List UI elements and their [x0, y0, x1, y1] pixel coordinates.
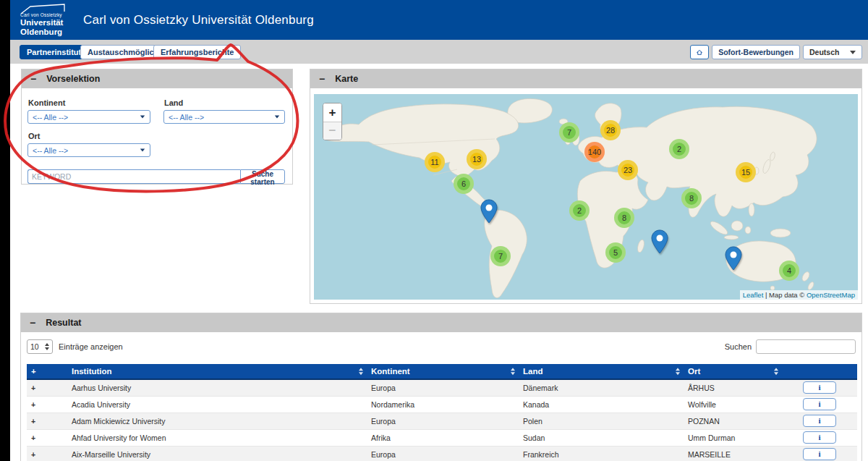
table-search-label: Suchen — [725, 342, 752, 351]
panel-resultat: − Resultat 10 Einträge anzeigen Suchen +… — [20, 313, 862, 461]
chevron-down-icon — [850, 51, 856, 54]
kontinent-cell: Afrika — [367, 429, 519, 446]
karte-title: Karte — [335, 74, 358, 84]
land-cell: Frankreich — [519, 446, 684, 461]
map-zoom-control: + − — [323, 103, 342, 140]
map-cluster-marker[interactable]: 6 — [454, 174, 474, 194]
page-size-select[interactable]: 10 — [27, 339, 53, 354]
world-map[interactable]: + − 1113672814023282158754 Leaflet | Map… — [314, 94, 858, 300]
leaflet-link[interactable]: Leaflet — [743, 291, 764, 299]
tab-erfahrungsberichte[interactable]: Erfahrungsberichte — [153, 45, 241, 59]
collapse-icon[interactable]: − — [30, 318, 35, 328]
col-ort[interactable]: Ort — [684, 364, 782, 379]
sofort-bewerbungen-button[interactable]: Sofort-Bewerbungen — [712, 45, 800, 59]
institution-cell: Ahfad University for Women — [67, 429, 367, 446]
info-button[interactable]: i — [803, 448, 836, 460]
ort-label: Ort — [28, 132, 150, 140]
map-cluster-marker[interactable]: 140 — [584, 142, 605, 162]
institution-cell: Aarhus University — [67, 379, 367, 396]
institution-cell: Adam Mickiewicz University — [67, 413, 367, 429]
home-icon — [697, 48, 702, 57]
entries-label: Einträge anzeigen — [59, 342, 123, 351]
page-title: Carl von Ossietzky Universität Oldenburg — [83, 13, 314, 28]
info-button[interactable]: i — [803, 381, 836, 394]
row-expand-button[interactable]: + — [27, 413, 67, 429]
karte-header[interactable]: − Karte — [310, 69, 861, 88]
kontinent-select[interactable]: <-- Alle --> — [27, 110, 150, 124]
map-cluster-marker[interactable]: 11 — [425, 152, 445, 172]
land-label: Land — [164, 98, 285, 107]
home-button[interactable] — [690, 45, 709, 59]
map-pin-marker[interactable] — [480, 199, 498, 224]
kontinent-label: Kontinent — [28, 98, 150, 107]
map-cluster-marker[interactable]: 23 — [618, 160, 638, 180]
collapse-icon[interactable]: − — [319, 74, 325, 84]
map-cluster-marker[interactable]: 28 — [600, 120, 621, 140]
map-cluster-marker[interactable]: 8 — [614, 208, 634, 228]
vorselektion-header[interactable]: − Vorselektion — [22, 69, 292, 88]
tab-bar: Partnerinstitutionen Austauschmöglichkei… — [10, 40, 868, 64]
keyword-input[interactable] — [27, 169, 240, 184]
table-search-input[interactable] — [756, 339, 856, 354]
row-expand-button[interactable]: + — [27, 446, 67, 461]
expand-all-header[interactable]: + — [27, 364, 67, 379]
openstreetmap-link[interactable]: OpenStreetMap — [807, 291, 855, 299]
table-header-row: + Institution Kontinent Land Ort — [27, 364, 857, 379]
institution-cell: Acadia University — [67, 396, 367, 413]
ort-select[interactable]: <-- Alle --> — [27, 143, 150, 157]
map-cluster-marker[interactable]: 5 — [605, 242, 626, 263]
map-pin-marker[interactable] — [725, 246, 742, 271]
col-institution[interactable]: Institution — [67, 364, 367, 379]
info-button[interactable]: i — [803, 431, 836, 444]
ort-cell: POZNAN — [684, 413, 782, 429]
map-cluster-marker[interactable]: 7 — [490, 246, 511, 266]
col-kontinent[interactable]: Kontinent — [367, 364, 519, 379]
map-cluster-marker[interactable]: 7 — [559, 122, 579, 143]
results-table: + Institution Kontinent Land Ort +Aarhus… — [27, 364, 857, 461]
screen-edge — [0, 0, 10, 461]
row-expand-button[interactable]: + — [27, 396, 67, 413]
kontinent-cell: Nordamerika — [367, 396, 519, 413]
row-expand-button[interactable]: + — [27, 379, 67, 396]
map-cluster-marker[interactable]: 13 — [467, 149, 487, 169]
land-select[interactable]: <-- Alle --> — [163, 110, 285, 124]
page: Carl von Ossietzky Universität Oldenburg… — [0, 0, 868, 461]
chevron-down-icon — [140, 116, 145, 119]
table-row: +Adam Mickiewicz UniversityEuropaPolenPO… — [27, 413, 857, 429]
resultat-header[interactable]: − Resultat — [21, 313, 861, 332]
land-cell: Polen — [519, 413, 684, 429]
land-cell: Kanada — [519, 396, 684, 413]
map-cluster-marker[interactable]: 2 — [669, 139, 689, 159]
sort-icon[interactable] — [359, 368, 363, 375]
panel-vorselektion: − Vorselektion Kontinent <-- Alle --> La… — [21, 69, 293, 185]
map-pin-marker[interactable] — [651, 229, 668, 254]
sort-icon[interactable] — [511, 368, 515, 375]
map-cluster-marker[interactable]: 4 — [779, 261, 799, 281]
map-attribution: Leaflet | Map data © OpenStreetMap — [740, 290, 858, 300]
spinner-icon — [45, 343, 49, 350]
row-expand-button[interactable]: + — [27, 429, 67, 446]
logo-text-oldenburg: Oldenburg — [20, 28, 62, 36]
col-land[interactable]: Land — [519, 364, 684, 379]
institution-cell: Aix-Marseille University — [67, 446, 367, 461]
kontinent-cell: Europa — [367, 413, 519, 429]
logo-text-universitaet: Universität — [20, 18, 63, 27]
map-cluster-marker[interactable]: 2 — [569, 200, 590, 221]
map-cluster-marker[interactable]: 15 — [736, 162, 756, 182]
collapse-icon[interactable]: − — [30, 74, 36, 84]
info-button[interactable]: i — [803, 415, 836, 427]
language-value: Deutsch — [809, 48, 839, 56]
sort-icon[interactable] — [774, 368, 778, 375]
zoom-in-button[interactable]: + — [323, 103, 341, 122]
table-row: +Acadia UniversityNordamerikaKanadaWolfv… — [27, 396, 857, 413]
language-select[interactable]: Deutsch — [803, 45, 862, 59]
kontinent-cell: Europa — [367, 446, 519, 461]
map-cluster-marker[interactable]: 8 — [681, 188, 702, 208]
sort-icon[interactable] — [676, 368, 680, 375]
land-cell: Dänemark — [519, 379, 684, 396]
search-start-button[interactable]: Suche starten — [240, 169, 285, 184]
ort-cell: ÅRHUS — [684, 379, 782, 396]
col-info — [782, 364, 857, 379]
zoom-out-button[interactable]: − — [323, 122, 341, 140]
info-button[interactable]: i — [803, 398, 836, 410]
